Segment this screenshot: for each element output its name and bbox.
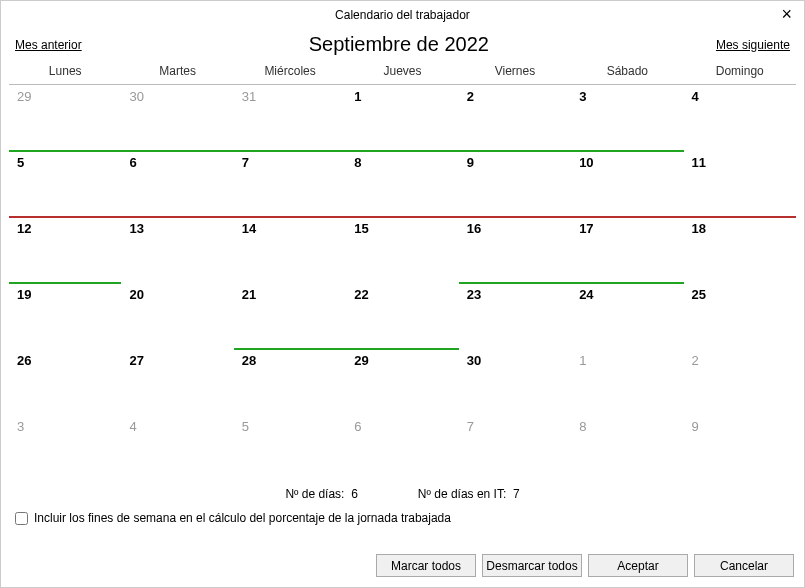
- weekday-label: Domingo: [684, 58, 796, 84]
- day-number: 2: [467, 89, 474, 104]
- calendar-day[interactable]: 16: [459, 217, 571, 283]
- include-weekends-checkbox[interactable]: [15, 512, 28, 525]
- calendar-day[interactable]: 6: [121, 151, 233, 217]
- day-number: 13: [129, 221, 143, 236]
- calendar-day[interactable]: 8: [346, 151, 458, 217]
- calendar-day[interactable]: 24: [571, 283, 683, 349]
- day-number: 28: [242, 353, 256, 368]
- calendar-day[interactable]: 23: [459, 283, 571, 349]
- calendar-day[interactable]: 26: [9, 349, 121, 415]
- green-underline: [234, 150, 346, 152]
- calendar-day[interactable]: 2: [459, 85, 571, 151]
- calendar-day[interactable]: 12: [9, 217, 121, 283]
- calendar-day[interactable]: 17: [571, 217, 683, 283]
- green-underline: [459, 282, 571, 284]
- day-number: 31: [242, 89, 256, 104]
- calendar-day[interactable]: 5: [9, 151, 121, 217]
- day-number: 6: [354, 419, 361, 434]
- day-number: 8: [579, 419, 586, 434]
- accept-button[interactable]: Aceptar: [588, 554, 688, 577]
- day-number: 21: [242, 287, 256, 302]
- calendar-day[interactable]: 3: [571, 85, 683, 151]
- day-number: 29: [17, 89, 31, 104]
- calendar-day[interactable]: 27: [121, 349, 233, 415]
- calendar-day[interactable]: 6: [346, 415, 458, 481]
- calendar-day[interactable]: 10: [571, 151, 683, 217]
- day-number: 15: [354, 221, 368, 236]
- day-number: 14: [242, 221, 256, 236]
- calendar-day[interactable]: 15: [346, 217, 458, 283]
- green-underline: [571, 150, 683, 152]
- calendar-day[interactable]: 5: [234, 415, 346, 481]
- calendar-day[interactable]: 29: [346, 349, 458, 415]
- calendar-day[interactable]: 25: [684, 283, 796, 349]
- day-number: 27: [129, 353, 143, 368]
- close-icon[interactable]: ×: [775, 3, 798, 25]
- green-underline: [459, 150, 571, 152]
- calendar-day[interactable]: 7: [234, 151, 346, 217]
- red-underline: [9, 216, 121, 218]
- green-underline: [234, 348, 346, 350]
- day-number: 18: [692, 221, 706, 236]
- counts-row: Nº de días: 6 Nº de días en IT: 7: [1, 481, 804, 509]
- calendar-day[interactable]: 7: [459, 415, 571, 481]
- calendar-day[interactable]: 19: [9, 283, 121, 349]
- red-underline: [459, 216, 571, 218]
- red-underline: [571, 216, 683, 218]
- calendar-day[interactable]: 1: [346, 85, 458, 151]
- calendar-day[interactable]: 9: [684, 415, 796, 481]
- green-underline: [121, 150, 233, 152]
- next-month-link[interactable]: Mes siguiente: [716, 38, 790, 52]
- it-days-count: Nº de días en IT: 7: [418, 487, 520, 501]
- calendar-day[interactable]: 11: [684, 151, 796, 217]
- weekday-label: Viernes: [459, 58, 571, 84]
- day-number: 30: [129, 89, 143, 104]
- day-number: 23: [467, 287, 481, 302]
- calendar: LunesMartesMiércolesJuevesViernesSábadoD…: [9, 58, 796, 481]
- calendar-day[interactable]: 21: [234, 283, 346, 349]
- day-number: 3: [17, 419, 24, 434]
- calendar-day[interactable]: 4: [684, 85, 796, 151]
- calendar-day[interactable]: 3: [9, 415, 121, 481]
- calendar-day[interactable]: 28: [234, 349, 346, 415]
- day-number: 2: [692, 353, 699, 368]
- day-number: 9: [692, 419, 699, 434]
- weekday-label: Miércoles: [234, 58, 346, 84]
- calendar-day[interactable]: 31: [234, 85, 346, 151]
- day-number: 5: [242, 419, 249, 434]
- calendar-day[interactable]: 22: [346, 283, 458, 349]
- unmark-all-button[interactable]: Desmarcar todos: [482, 554, 582, 577]
- day-number: 17: [579, 221, 593, 236]
- include-weekends-label[interactable]: Incluir los fines de semana en el cálcul…: [34, 511, 451, 525]
- day-number: 20: [129, 287, 143, 302]
- calendar-day[interactable]: 29: [9, 85, 121, 151]
- day-number: 16: [467, 221, 481, 236]
- green-underline: [346, 150, 458, 152]
- calendar-grid: 2930311234567891011121314151617181920212…: [9, 85, 796, 481]
- day-number: 4: [129, 419, 136, 434]
- calendar-day[interactable]: 18: [684, 217, 796, 283]
- cancel-button[interactable]: Cancelar: [694, 554, 794, 577]
- calendar-day[interactable]: 30: [121, 85, 233, 151]
- weekday-label: Lunes: [9, 58, 121, 84]
- day-number: 25: [692, 287, 706, 302]
- green-underline: [571, 282, 683, 284]
- calendar-day[interactable]: 1: [571, 349, 683, 415]
- calendar-day[interactable]: 9: [459, 151, 571, 217]
- calendar-day[interactable]: 13: [121, 217, 233, 283]
- month-nav: Mes anterior Septiembre de 2022 Mes sigu…: [1, 29, 804, 58]
- calendar-day[interactable]: 20: [121, 283, 233, 349]
- day-number: 7: [242, 155, 249, 170]
- calendar-day[interactable]: 8: [571, 415, 683, 481]
- calendar-day[interactable]: 14: [234, 217, 346, 283]
- day-number: 12: [17, 221, 31, 236]
- mark-all-button[interactable]: Marcar todos: [376, 554, 476, 577]
- month-title: Septiembre de 2022: [309, 33, 489, 56]
- day-number: 7: [467, 419, 474, 434]
- calendar-day[interactable]: 30: [459, 349, 571, 415]
- day-number: 9: [467, 155, 474, 170]
- calendar-day[interactable]: 2: [684, 349, 796, 415]
- calendar-day[interactable]: 4: [121, 415, 233, 481]
- prev-month-link[interactable]: Mes anterior: [15, 38, 82, 52]
- day-number: 30: [467, 353, 481, 368]
